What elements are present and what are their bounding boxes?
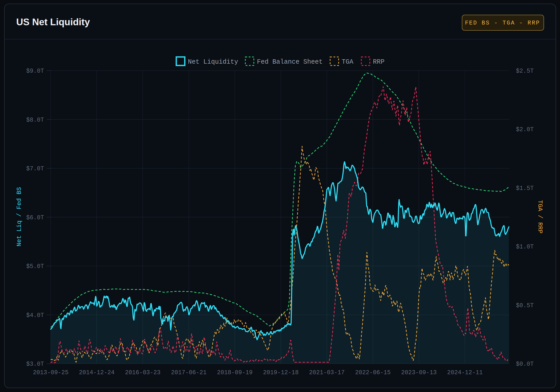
svg-text:2019-12-18: 2019-12-18	[263, 369, 299, 376]
svg-text:Net Liq / Fed BS: Net Liq / Fed BS	[16, 187, 23, 246]
svg-text:$8.0T: $8.0T	[26, 117, 44, 123]
svg-text:$4.0T: $4.0T	[26, 312, 44, 319]
svg-text:$5.0T: $5.0T	[26, 263, 44, 270]
svg-text:$7.0T: $7.0T	[26, 165, 44, 172]
svg-text:US Net Liquidity: US Net Liquidity	[16, 17, 90, 27]
svg-text:$1.5T: $1.5T	[516, 185, 534, 192]
svg-text:Fed Balance Sheet: Fed Balance Sheet	[257, 58, 323, 66]
svg-text:2014-12-24: 2014-12-24	[79, 369, 114, 376]
svg-text:2016-03-23: 2016-03-23	[125, 369, 161, 376]
svg-text:2018-09-19: 2018-09-19	[217, 369, 253, 376]
svg-text:Net Liquidity: Net Liquidity	[188, 58, 238, 66]
svg-text:2024-12-11: 2024-12-11	[447, 369, 483, 376]
svg-text:$2.0T: $2.0T	[516, 126, 534, 133]
svg-text:$3.0T: $3.0T	[26, 361, 44, 368]
svg-text:TGA / RRP: TGA / RRP	[537, 200, 544, 233]
svg-text:$1.0T: $1.0T	[516, 244, 534, 250]
svg-text:2023-09-13: 2023-09-13	[401, 369, 437, 376]
svg-text:2022-06-15: 2022-06-15	[355, 369, 391, 376]
svg-text:RRP: RRP	[373, 58, 385, 66]
svg-text:2021-03-17: 2021-03-17	[309, 369, 345, 376]
svg-text:$0.5T: $0.5T	[516, 302, 534, 309]
svg-text:$0.0T: $0.0T	[516, 361, 534, 368]
svg-text:2013-09-25: 2013-09-25	[33, 369, 69, 376]
svg-text:$2.5T: $2.5T	[516, 68, 534, 74]
svg-text:TGA: TGA	[342, 58, 353, 66]
svg-text:2017-06-21: 2017-06-21	[171, 369, 206, 376]
svg-text:$6.0T: $6.0T	[26, 214, 44, 221]
svg-text:FED BS - TGA - RRP: FED BS - TGA - RRP	[465, 20, 540, 26]
svg-text:$9.0T: $9.0T	[26, 68, 44, 74]
